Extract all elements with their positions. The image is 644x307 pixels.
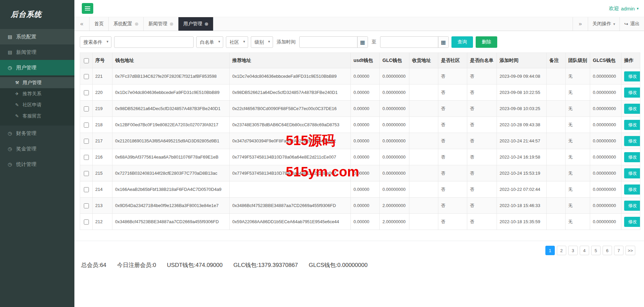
sidebar-subitem-community-apply[interactable]: ✎ 社区申请 (0, 99, 74, 110)
sidebar: 后台系统 ▤ 系统配置 ▤ 新闻管理 ◷ 用户管理 ⚒ 用户管理 ✈ (0, 0, 74, 307)
page-button[interactable]: 1 (545, 246, 555, 255)
stat-item: GLC钱包:1379.39370867 (233, 261, 298, 269)
logout-button[interactable]: ↪ 退出 (619, 17, 644, 31)
tab-home[interactable]: 首页 (90, 17, 109, 31)
close-icon[interactable]: ⊗ (135, 22, 139, 26)
row-checkbox[interactable] (84, 139, 89, 144)
row-checkbox[interactable] (84, 171, 89, 176)
row-checkbox[interactable] (84, 155, 89, 160)
page-button[interactable]: 3 (568, 246, 578, 255)
sidebar-item-statistics[interactable]: ◷ 统计管理 (0, 157, 74, 172)
cell-referrer-address: 0x23748E3057BdBAB6C64EDb80ccC8788c69aD87… (230, 117, 351, 133)
sidebar-item-finance[interactable]: ◷ 财务管理 (0, 126, 74, 141)
cell-glcs-wallet: 0.00000000 (590, 214, 621, 230)
row-checkbox[interactable] (84, 106, 89, 111)
table-row: 221 0x7Fc37dBB134C627fe20F2820E7f321afBF… (80, 68, 640, 84)
page-button[interactable]: 5 (591, 246, 601, 255)
page-button[interactable]: 4 (580, 246, 589, 255)
table-row: 214 0x166AeaB2b65bFbf138B218aF6FDA4C7D05… (80, 181, 640, 198)
cell-glcs-wallet: 0.00000000 (590, 133, 621, 149)
sidebar-toggle-button[interactable] (82, 3, 93, 14)
pagination: 1234567>> (74, 241, 644, 255)
edit-button[interactable]: 修改 (624, 184, 640, 195)
tabs-scroll-left-button[interactable]: « (74, 17, 90, 31)
cell-is-community: 否 (438, 117, 467, 133)
sidebar-subitem-label: 客服留言 (23, 113, 41, 119)
cell-remark (547, 68, 566, 84)
table-row: 218 0x12BF00ed7Bc0F19e80822EA7203c027073… (80, 117, 640, 133)
table-row: 219 0x98DB526621a64Dec5cfD324857A487B3FB… (80, 101, 640, 117)
edit-button[interactable]: 修改 (624, 136, 640, 146)
sidebar-subitem-referral-relations[interactable]: ✈ 推荐关系 (0, 88, 74, 99)
cell-wallet-address: 0x72716B0324083144f28cfE2803F7C770aD8B13… (112, 165, 230, 181)
row-checkbox[interactable] (84, 90, 89, 95)
cell-id: 214 (93, 181, 112, 198)
sidebar-item-news[interactable]: ▤ 新闻管理 (0, 44, 74, 60)
edit-button[interactable]: 修改 (624, 217, 640, 227)
close-icon[interactable]: ⊗ (170, 22, 174, 26)
page-button[interactable]: >> (625, 246, 635, 255)
edit-button[interactable]: 修改 (624, 168, 640, 178)
page-button[interactable]: 2 (557, 246, 566, 255)
close-operations-dropdown[interactable]: 关闭操作 ▾ (588, 17, 620, 31)
edit-button[interactable]: 修改 (624, 201, 640, 211)
cell-shipping-address (409, 84, 438, 101)
sidebar-nav: ▤ 系统配置 ▤ 新闻管理 ◷ 用户管理 ⚒ 用户管理 ✈ 推荐关系 (0, 29, 74, 172)
edit-button[interactable]: 修改 (624, 104, 640, 114)
cell-referrer-address: 0x7749F537458134B10D78a06a64e8E2d211cEe0… (230, 165, 351, 181)
row-checkbox[interactable] (84, 187, 89, 192)
to-label: 至 (372, 39, 376, 45)
community-select[interactable]: 社区 (226, 36, 248, 48)
col-header-add-time: 添加时间 (497, 53, 547, 68)
select-all-checkbox[interactable] (84, 58, 89, 63)
tab-user-management[interactable]: 用户管理 ⊗ (178, 17, 213, 31)
sidebar-item-bonus[interactable]: ◷ 奖金管理 (0, 141, 74, 157)
cell-wallet-address: 0x12BF00ed7Bc0F19e80822EA7203c027073fA92… (112, 117, 230, 133)
row-checkbox[interactable] (84, 123, 89, 128)
cell-usdt-wallet: 0.00000 (351, 68, 380, 84)
edit-button[interactable]: 修改 (624, 152, 640, 162)
table-row: 216 0x68A39bAf3775614eaa6A7b8011076F78aF… (80, 149, 640, 165)
cell-glc-wallet: 2.00000000 (380, 198, 409, 214)
query-button[interactable]: 查询 (451, 36, 473, 48)
edit-button[interactable]: 修改 (624, 88, 640, 98)
sidebar-subitem-user-management[interactable]: ⚒ 用户管理 (0, 77, 74, 88)
col-header-id: 序号 (93, 53, 112, 68)
cell-shipping-address (409, 149, 438, 165)
close-icon[interactable]: ⊗ (204, 22, 208, 26)
user-menu[interactable]: 欢迎 admin ▾ (609, 5, 639, 12)
cell-wallet-address: 0x3486Bcf47523BBE34887aa7CD2669a455f9306… (112, 214, 230, 230)
stat-item: USDT钱包:474.09000 (167, 261, 223, 269)
search-field-select[interactable]: 搜索条件 (80, 36, 111, 48)
row-checkbox[interactable] (84, 203, 89, 208)
calendar-icon[interactable]: ▦ (438, 37, 448, 47)
whitelist-select[interactable]: 白名单 (196, 36, 223, 48)
tab-system-config[interactable]: 系统配置 ⊗ (109, 17, 144, 31)
cell-add-time: 2023-09-08 10:03:25 (497, 101, 547, 117)
user-table-body: 221 0x7Fc37dBB134C627fe20F2820E7f321afBF… (80, 68, 640, 230)
cell-add-time: 2022-10-28 09:43:38 (497, 117, 547, 133)
page-button[interactable]: 6 (603, 246, 612, 255)
sidebar-item-system-config[interactable]: ▤ 系统配置 (0, 29, 74, 44)
main-area: 欢迎 admin ▾ « 首页 系统配置 ⊗ 新闻管理 ⊗ 用户管理 ⊗ (74, 0, 644, 307)
calendar-icon[interactable]: ▦ (357, 37, 368, 47)
page-button[interactable]: 7 (614, 246, 623, 255)
cell-wallet-address: 0x68A39bAf3775614eaa6A7b8011076F78aF69E1… (112, 149, 230, 165)
level-select[interactable]: 级别 (251, 36, 273, 48)
row-checkbox[interactable] (84, 74, 89, 79)
edit-button[interactable]: 修改 (624, 120, 640, 130)
level-select-wrap: 级别 (251, 36, 273, 48)
cell-referrer-address: 0x3486Bcf47523BBE34887aa7CD2669a455f9306… (230, 198, 351, 214)
row-checkbox[interactable] (84, 219, 89, 225)
cell-wallet-address: 0x7Fc37dBB134C627fe20F2820E7f321afBF8535… (112, 68, 230, 84)
col-header-remark: 备注 (547, 53, 566, 68)
keyword-input[interactable] (114, 36, 194, 48)
sidebar-item-user-management[interactable]: ◷ 用户管理 (0, 60, 74, 75)
cell-is-whitelist: 否 (467, 149, 497, 165)
delete-button[interactable]: 删除 (476, 36, 497, 48)
cell-remark (547, 84, 566, 101)
sidebar-subitem-service-messages[interactable]: ✎ 客服留言 (0, 110, 74, 122)
edit-button[interactable]: 修改 (624, 71, 640, 81)
tabs-scroll-right-button[interactable]: » (573, 17, 588, 31)
tab-news[interactable]: 新闻管理 ⊗ (144, 17, 179, 31)
